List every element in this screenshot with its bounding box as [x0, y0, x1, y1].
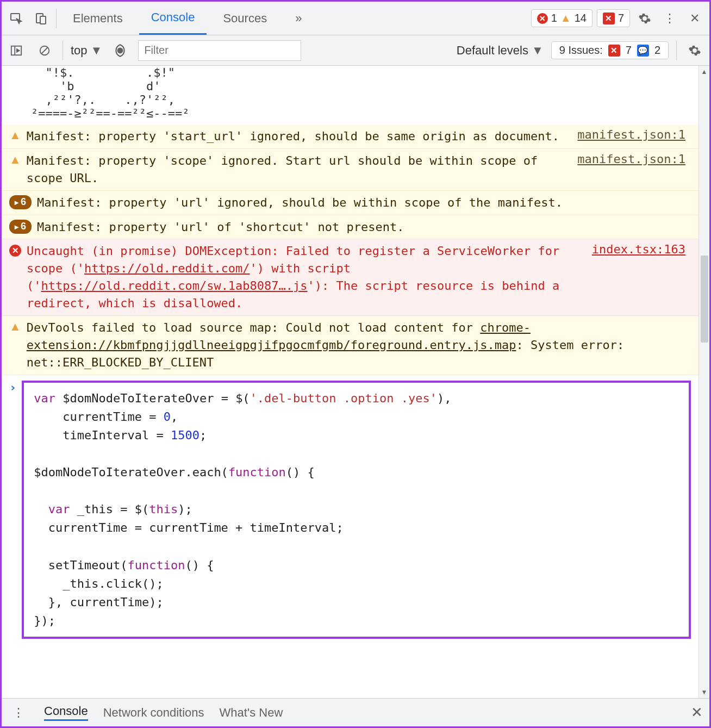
issues-pill[interactable]: 9 Issues: ✕ 7 💬 2 [551, 41, 669, 59]
console-message-error[interactable]: ✕ Uncaught (in promise) DOMException: Fa… [2, 239, 698, 316]
sidebar-toggle-icon[interactable] [6, 40, 27, 61]
ascii-art-output: "!$. .$!" 'b d' ,²²'?,. .,?'²², ²====-≥²… [2, 66, 698, 125]
drawer-tab-whats-new[interactable]: What's New [220, 706, 283, 720]
warning-count: 14 [575, 12, 587, 24]
clear-console-icon[interactable] [34, 40, 55, 61]
drawer-tab-network-conditions[interactable]: Network conditions [103, 706, 204, 720]
issues-info-count: 2 [654, 44, 660, 57]
scroll-down-icon[interactable]: ▼ [699, 686, 709, 698]
console-toolbar: top ▼ Default levels ▼ 9 Issues: ✕ 7 💬 2 [2, 35, 709, 66]
filter-input[interactable] [138, 40, 301, 61]
context-label: top [71, 43, 88, 58]
close-icon[interactable]: ✕ [684, 8, 705, 29]
drawer-close-icon[interactable]: ✕ [691, 704, 703, 721]
levels-label: Default levels [457, 43, 528, 58]
scroll-up-icon[interactable]: ▲ [699, 66, 709, 78]
svg-line-7 [42, 47, 48, 53]
repeat-count-badge[interactable]: 6 [9, 195, 32, 209]
url-link[interactable]: https://old.reddit.com/ [84, 262, 250, 275]
source-link[interactable]: manifest.json:1 [577, 128, 685, 141]
message-text: Manifest: property 'scope' ignored. Star… [27, 152, 572, 187]
live-expression-icon[interactable] [110, 40, 130, 61]
url-link[interactable]: https://old.reddit.com/sw.1ab8087….js [41, 279, 308, 293]
inspect-icon[interactable] [6, 8, 27, 29]
prompt-icon: › [9, 381, 16, 394]
issues-error-count: 7 [626, 44, 632, 57]
message-text: DevTools failed to load source map: Coul… [27, 319, 685, 371]
vertical-scrollbar[interactable]: ▲ ▼ [698, 66, 709, 698]
console-input-row: › var $domNodeToIterateOver = $('.del-bu… [2, 375, 698, 644]
warning-icon: ▲ [560, 12, 571, 24]
devtools-tabbar: Elements Console Sources » ✕ 1 ▲ 14 ✕ 7 … [2, 2, 709, 35]
chat-count: 7 [618, 12, 624, 24]
context-selector[interactable]: top ▼ [71, 43, 102, 58]
warning-icon: ▲ [9, 319, 21, 334]
source-link[interactable]: index.tsx:163 [592, 242, 685, 256]
status-pill-errors-warnings[interactable]: ✕ 1 ▲ 14 [531, 9, 592, 27]
status-pill-chat[interactable]: ✕ 7 [597, 9, 630, 27]
console-message-warning[interactable]: ▲ Manifest: property 'start_url' ignored… [2, 125, 698, 149]
console-output: "!$. .$!" 'b d' ,²²'?,. .,?'²², ²====-≥²… [2, 66, 709, 698]
divider [56, 9, 57, 28]
console-message-warning[interactable]: ▲ DevTools failed to load source map: Co… [2, 316, 698, 375]
tab-console[interactable]: Console [139, 2, 207, 35]
source-link[interactable]: manifest.json:1 [577, 152, 685, 166]
error-icon: ✕ [9, 245, 21, 257]
scroll-thumb[interactable] [701, 256, 708, 343]
settings-icon[interactable] [634, 8, 655, 29]
chevron-down-icon: ▼ [532, 43, 544, 58]
message-text: Uncaught (in promise) DOMException: Fail… [27, 242, 587, 312]
divider [63, 41, 63, 60]
error-count: 1 [551, 12, 557, 24]
svg-marker-5 [17, 49, 20, 52]
message-text: Manifest: property 'url' of 'shortcut' n… [37, 219, 685, 236]
issues-info-icon: 💬 [637, 45, 649, 57]
message-text: Manifest: property 'start_url' ignored, … [27, 128, 572, 145]
repeat-count-badge[interactable]: 6 [9, 220, 32, 234]
warning-icon: ▲ [9, 128, 21, 143]
console-message-warning[interactable]: ▲ Manifest: property 'scope' ignored. St… [2, 149, 698, 191]
divider [676, 41, 677, 60]
warning-icon: ▲ [9, 152, 21, 167]
drawer-tabbar: ⋮ Console Network conditions What's New … [2, 698, 709, 726]
chevron-down-icon: ▼ [91, 43, 103, 58]
svg-point-8 [117, 47, 123, 53]
chat-error-icon: ✕ [603, 13, 615, 24]
error-dot-icon: ✕ [537, 13, 548, 24]
svg-rect-2 [40, 16, 46, 24]
drawer-kebab-icon[interactable]: ⋮ [8, 702, 29, 723]
issues-error-icon: ✕ [608, 45, 620, 57]
console-message-warning-grouped[interactable]: 6 Manifest: property 'url' of 'shortcut'… [2, 215, 698, 240]
tab-elements[interactable]: Elements [61, 2, 135, 35]
device-toggle-icon[interactable] [31, 8, 52, 29]
tab-overflow[interactable]: » [283, 2, 314, 35]
console-message-warning-grouped[interactable]: 6 Manifest: property 'url' ignored, shou… [2, 191, 698, 215]
tab-sources[interactable]: Sources [211, 2, 279, 35]
console-input-code[interactable]: var $domNodeToIterateOver = $('.del-butt… [22, 381, 691, 639]
issues-label: 9 Issues: [559, 44, 603, 57]
kebab-menu-icon[interactable]: ⋮ [659, 8, 680, 29]
log-levels-selector[interactable]: Default levels ▼ [457, 43, 544, 58]
message-text: Manifest: property 'url' ignored, should… [37, 194, 685, 211]
drawer-tab-console[interactable]: Console [44, 704, 88, 721]
console-settings-icon[interactable] [684, 40, 705, 61]
